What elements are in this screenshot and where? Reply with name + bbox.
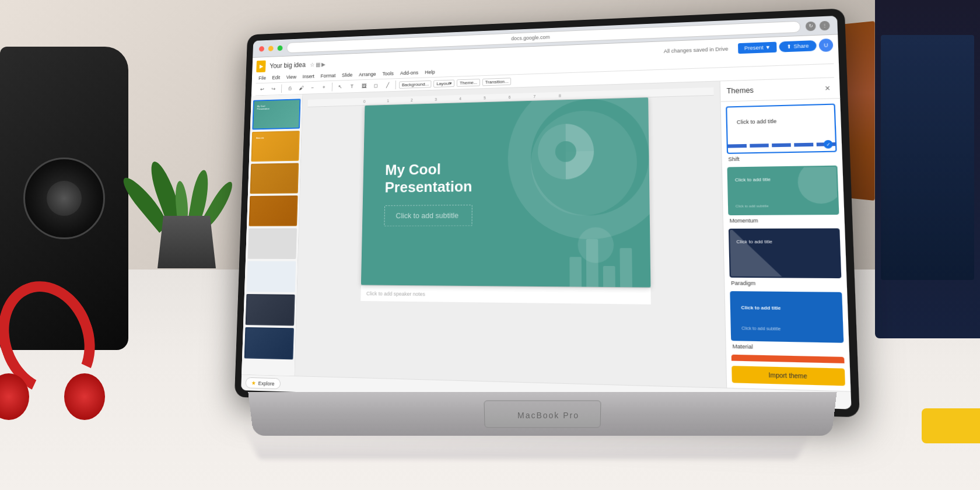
- themes-panel-header: Themes ×: [720, 78, 840, 102]
- theme-item-paradigm[interactable]: Click to add title Paradigm: [729, 228, 842, 287]
- theme-item-simple[interactable]: Click to add title Click to add subtitle…: [732, 355, 846, 363]
- background-scene: docs.google.com ↻ ⋮ ▶ Your big idea: [0, 0, 980, 490]
- menu-edit[interactable]: Edit: [270, 74, 283, 82]
- slide-content: My CoolPresentation Click to add subtitl…: [384, 160, 473, 227]
- browser-maximize-dot[interactable]: [277, 45, 282, 50]
- theme-preview-simple: Click to add title Click to add subtitle: [732, 355, 846, 363]
- toolbar-zoom-in[interactable]: +: [319, 82, 329, 92]
- menu-view[interactable]: View: [284, 73, 299, 81]
- yellow-accent: [922, 408, 980, 443]
- pie-svg: [531, 116, 601, 187]
- theme-shift-title-text: Click to add title: [737, 118, 777, 125]
- menu-slide[interactable]: Slide: [339, 71, 355, 79]
- theme-paradigm-label: Paradigm: [730, 280, 842, 287]
- bar-1: [569, 257, 582, 287]
- themes-panel: Themes × Click to add title ✓: [720, 78, 851, 391]
- toolbar-image[interactable]: 🖼: [359, 81, 369, 91]
- slide-title[interactable]: My CoolPresentation: [384, 160, 473, 197]
- present-icon[interactable]: ▶: [321, 61, 326, 67]
- browser-reload-icon[interactable]: ↻: [806, 21, 816, 31]
- present-button[interactable]: Present ▼: [738, 42, 777, 54]
- macbook-label: MacBook Pro: [517, 411, 579, 420]
- menu-format[interactable]: Format: [318, 72, 338, 80]
- slide-pie-chart: [531, 116, 601, 187]
- slide-thumb-8[interactable]: [244, 327, 294, 359]
- explore-button[interactable]: ★ Explore: [246, 377, 281, 389]
- theme-preview-paradigm: Click to add title: [729, 228, 841, 278]
- toolbar-line[interactable]: ╱: [382, 80, 392, 90]
- toolbar-redo[interactable]: ↪: [269, 84, 278, 94]
- menu-file[interactable]: File: [256, 74, 269, 82]
- toolbar-layout[interactable]: Layout▾: [433, 79, 454, 88]
- toolbar-print[interactable]: ⎙: [285, 83, 294, 93]
- slides-doc-title[interactable]: Your big idea: [270, 61, 306, 70]
- theme-material-title-text: Click to add title: [741, 305, 780, 311]
- menu-arrange[interactable]: Arrange: [356, 70, 379, 78]
- slide-subtitle-placeholder[interactable]: Click to add subtitle: [384, 205, 472, 226]
- theme-item-momentum[interactable]: Click to add title Click to add subtitle…: [727, 166, 839, 224]
- menu-addons[interactable]: Add-ons: [397, 69, 421, 78]
- star-icon[interactable]: ☆: [310, 61, 314, 67]
- toolbar-shapes[interactable]: ◻: [370, 80, 380, 90]
- theme-preview-material: Click to add title Click to add subtitle: [730, 291, 844, 343]
- user-avatar[interactable]: U: [819, 38, 834, 52]
- toolbar-transition[interactable]: Transition...: [482, 78, 512, 86]
- theme-shift-label: Shift: [727, 155, 837, 162]
- slide-thumb-6[interactable]: [247, 261, 296, 292]
- slides-film-strip[interactable]: My CoolPresentation Slide title: [242, 94, 303, 376]
- slide-thumb-5[interactable]: [248, 228, 297, 259]
- themes-panel-title: Themes: [727, 86, 754, 96]
- theme-paradigm-title-text: Click to add title: [736, 239, 772, 244]
- theme-momentum-subtitle: Click to add subtitle: [736, 204, 769, 208]
- monitor-screen: [881, 35, 974, 280]
- speaker-notes[interactable]: Click to add speaker notes: [360, 285, 651, 304]
- theme-preview-momentum: Click to add title Click to add subtitle: [727, 166, 839, 215]
- toolbar-theme[interactable]: Theme...: [457, 79, 480, 87]
- browser-actions: ↻ ⋮: [806, 20, 830, 31]
- slide-thumb-3[interactable]: [250, 163, 299, 194]
- speaker-notes-text: Click to add speaker notes: [366, 290, 425, 297]
- browser-minimize-dot[interactable]: [268, 46, 274, 51]
- menu-help[interactable]: Help: [422, 68, 438, 76]
- browser-menu-icon[interactable]: ⋮: [820, 20, 830, 30]
- theme-material-subtitle: Click to add subtitle: [741, 326, 780, 331]
- toolbar-undo[interactable]: ↩: [257, 84, 267, 94]
- share-button[interactable]: ⬆ Share: [779, 40, 817, 52]
- laptop-container: docs.google.com ↻ ⋮ ▶ Your big idea: [222, 18, 875, 438]
- toolbar-cursor[interactable]: ↖: [335, 82, 345, 92]
- slide-thumb-7[interactable]: [246, 294, 295, 326]
- toolbar-zoom-out[interactable]: −: [307, 83, 317, 93]
- menu-insert[interactable]: Insert: [300, 72, 317, 80]
- slides-app: docs.google.com ↻ ⋮ ▶ Your big idea: [241, 16, 851, 410]
- toolbar-paint[interactable]: 🖌: [296, 83, 306, 93]
- theme-material-label: Material: [731, 343, 844, 352]
- slide-thumb-4[interactable]: [249, 195, 298, 226]
- slide-thumb-2[interactable]: Slide title: [251, 131, 299, 162]
- toolbar-sep-1: [281, 85, 282, 93]
- theme-momentum-label: Momentum: [728, 217, 839, 223]
- import-theme-button[interactable]: Import theme: [732, 366, 845, 386]
- laptop-screen: docs.google.com ↻ ⋮ ▶ Your big idea: [235, 8, 860, 417]
- main-slide[interactable]: My CoolPresentation Click to add subtitl…: [361, 97, 651, 288]
- menu-tools[interactable]: Tools: [380, 69, 397, 78]
- themes-close-button[interactable]: ×: [821, 83, 833, 94]
- themes-list: Click to add title ✓ Shift: [721, 99, 850, 363]
- theme-paradigm-triangle: [730, 228, 782, 276]
- slide-canvas-area: 0 1 2 3 4 5 6 7 8: [295, 81, 726, 387]
- explore-star-icon: ★: [251, 380, 257, 386]
- theme-preview-shift: Click to add title ✓: [726, 104, 836, 154]
- theme-item-material[interactable]: Click to add title Click to add subtitle…: [730, 291, 844, 352]
- theme-momentum-title-text: Click to add title: [735, 177, 771, 183]
- slide-thumb-1[interactable]: My CoolPresentation: [252, 99, 300, 130]
- toolbar-text[interactable]: T: [347, 81, 357, 91]
- toolbar-background[interactable]: Background...: [399, 80, 432, 88]
- theme-shift-lines: [728, 142, 835, 148]
- drive-icon[interactable]: ▦: [316, 61, 320, 67]
- explore-label: Explore: [258, 380, 274, 387]
- slides-main-area: My CoolPresentation Slide title: [242, 78, 850, 391]
- browser-close-dot[interactable]: [259, 46, 264, 51]
- plant-pot: [158, 216, 216, 268]
- theme-active-check: ✓: [824, 140, 833, 149]
- slide-bars: [569, 239, 632, 288]
- theme-item-shift[interactable]: Click to add title ✓ Shift: [726, 104, 837, 163]
